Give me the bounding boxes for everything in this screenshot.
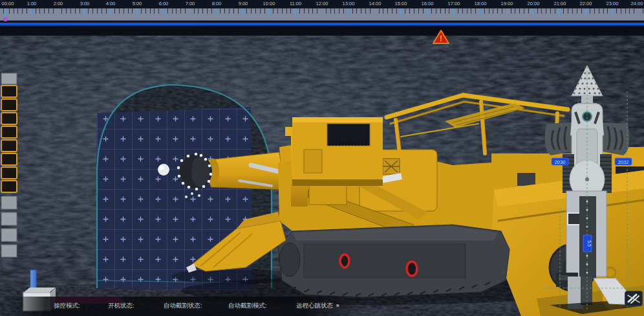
rig-badge-left: 2030 (552, 158, 568, 165)
tunnel-3d-scene[interactable]: 2030 2032 5.5 ! (0, 27, 644, 316)
auto-cut-status-label: 自动截割状态: (164, 302, 202, 310)
remote-monitoring-3d-view: 00:00 1:00 2:00 3:00 4:00 5:00 6:00 7:00… (0, 0, 644, 316)
svg-text:5.5: 5.5 (587, 240, 592, 247)
time-label: 24:00 (631, 1, 643, 6)
auto-cut-mode-label: 自动截割模式: (228, 302, 267, 310)
time-label: 2:00 (54, 1, 63, 6)
time-label: 21:00 (554, 1, 566, 6)
time-label: 17:00 (448, 1, 460, 6)
time-label: 15:00 (395, 1, 407, 6)
time-label: 23:00 (606, 1, 619, 6)
track-marker-red (407, 262, 417, 276)
segmented-mast (1, 73, 17, 257)
control-mode-label: 操控模式: (54, 302, 80, 310)
bottom-status-bar: 操控模式: 开机状态: 自动截割状态: 自动截割模式: 远程心跳状态■ (0, 297, 362, 316)
crawler-track (278, 225, 510, 297)
time-label: 10:00 (263, 1, 275, 6)
target-sphere (158, 164, 169, 175)
time-label: 1:00 (27, 1, 37, 6)
time-label: 18:00 (475, 1, 487, 6)
rig-badge-right: 2032 (615, 158, 632, 165)
time-label: 22:00 (580, 1, 592, 6)
svg-text:2030: 2030 (555, 159, 566, 165)
time-label: 5:00 (133, 1, 142, 6)
track-marker-red (340, 254, 349, 267)
hour-ticks (0, 8, 644, 17)
operator-cab (292, 117, 383, 186)
time-label: 14:00 (369, 1, 381, 6)
svg-text:!: ! (440, 34, 442, 43)
svg-text:2032: 2032 (618, 159, 629, 165)
time-label: 6:00 (159, 1, 169, 6)
time-label: 13:00 (343, 1, 355, 6)
rig-badge-leg: 5.5 (583, 235, 592, 252)
time-label: 3:00 (80, 1, 90, 6)
remote-heartbeat-label: 远程心跳状态■ (296, 302, 339, 310)
time-label: 12:00 (316, 1, 328, 6)
timeline-playhead[interactable] (3, 17, 8, 21)
time-label: 8:00 (212, 1, 222, 6)
timeline-tick-track[interactable] (0, 8, 644, 21)
heartbeat-indicator-icon: ■ (336, 302, 339, 308)
time-label: 16:00 (422, 1, 434, 6)
draw-disabled-icon[interactable] (625, 291, 643, 306)
time-label: 19:00 (501, 1, 513, 6)
time-label: 9:00 (239, 1, 248, 6)
time-label: 20:00 (528, 1, 540, 6)
time-label: 11:00 (290, 1, 301, 6)
power-status-label: 开机状态: (108, 302, 134, 310)
time-label: 00:00 (2, 1, 14, 6)
time-label: 4:00 (106, 1, 116, 6)
time-label: 7:00 (186, 1, 195, 6)
